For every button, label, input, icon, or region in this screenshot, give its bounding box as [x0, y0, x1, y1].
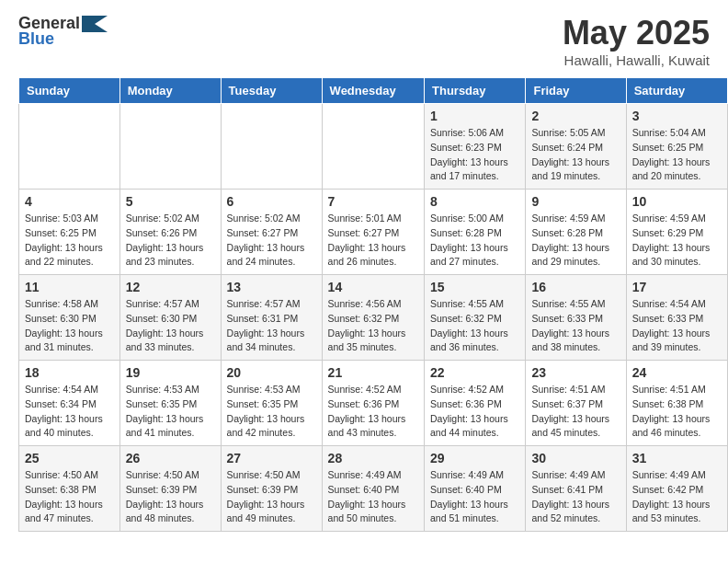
calendar-cell — [119, 104, 221, 190]
day-number: 21 — [328, 365, 418, 380]
page-container: General Blue May 2025 Hawalli, Hawalli, … — [0, 0, 728, 541]
day-number: 31 — [632, 451, 722, 465]
calendar-cell: 8Sunrise: 5:00 AMSunset: 6:28 PMDaylight… — [425, 190, 526, 275]
calendar-cell: 11Sunrise: 4:58 AMSunset: 6:30 PMDayligh… — [19, 275, 120, 361]
day-info: Sunrise: 4:54 AMSunset: 6:34 PMDaylight:… — [25, 383, 114, 441]
calendar-cell: 24Sunrise: 4:51 AMSunset: 6:38 PMDayligh… — [626, 361, 727, 446]
day-number: 3 — [632, 109, 722, 123]
day-info: Sunrise: 4:51 AMSunset: 6:37 PMDaylight:… — [531, 383, 620, 441]
calendar-cell: 30Sunrise: 4:49 AMSunset: 6:41 PMDayligh… — [526, 446, 626, 532]
calendar-cell: 26Sunrise: 4:50 AMSunset: 6:39 PMDayligh… — [119, 446, 221, 532]
day-info: Sunrise: 4:50 AMSunset: 6:39 PMDaylight:… — [227, 468, 316, 526]
day-number: 20 — [227, 365, 316, 380]
logo: General Blue — [18, 14, 109, 49]
day-number: 16 — [531, 280, 620, 294]
subtitle: Hawalli, Hawalli, Kuwait — [563, 52, 710, 68]
col-monday: Monday — [119, 78, 221, 104]
day-number: 4 — [25, 194, 114, 209]
main-title: May 2025 — [563, 14, 710, 52]
calendar-cell — [322, 104, 424, 190]
calendar-cell: 10Sunrise: 4:59 AMSunset: 6:29 PMDayligh… — [626, 190, 727, 275]
week-row-1: 1Sunrise: 5:06 AMSunset: 6:23 PMDaylight… — [19, 104, 728, 190]
calendar-cell: 13Sunrise: 4:57 AMSunset: 6:31 PMDayligh… — [221, 275, 322, 361]
header: General Blue May 2025 Hawalli, Hawalli, … — [0, 0, 728, 77]
day-number: 9 — [531, 194, 620, 209]
calendar-cell: 22Sunrise: 4:52 AMSunset: 6:36 PMDayligh… — [425, 361, 526, 446]
calendar-cell: 12Sunrise: 4:57 AMSunset: 6:30 PMDayligh… — [119, 275, 221, 361]
calendar-table: Sunday Monday Tuesday Wednesday Thursday… — [18, 77, 728, 532]
day-info: Sunrise: 4:57 AMSunset: 6:30 PMDaylight:… — [126, 297, 215, 355]
day-number: 23 — [531, 365, 620, 380]
calendar-cell: 27Sunrise: 4:50 AMSunset: 6:39 PMDayligh… — [221, 446, 322, 532]
calendar-cell: 25Sunrise: 4:50 AMSunset: 6:38 PMDayligh… — [19, 446, 120, 532]
day-info: Sunrise: 5:04 AMSunset: 6:25 PMDaylight:… — [632, 126, 722, 184]
title-section: May 2025 Hawalli, Hawalli, Kuwait — [563, 14, 710, 68]
calendar-cell: 17Sunrise: 4:54 AMSunset: 6:33 PMDayligh… — [626, 275, 727, 361]
day-info: Sunrise: 5:02 AMSunset: 6:26 PMDaylight:… — [126, 212, 215, 270]
day-info: Sunrise: 4:53 AMSunset: 6:35 PMDaylight:… — [126, 383, 215, 441]
day-info: Sunrise: 4:51 AMSunset: 6:38 PMDaylight:… — [632, 383, 722, 441]
calendar-cell — [221, 104, 322, 190]
day-info: Sunrise: 4:54 AMSunset: 6:33 PMDaylight:… — [632, 297, 722, 355]
day-info: Sunrise: 4:49 AMSunset: 6:42 PMDaylight:… — [632, 468, 722, 526]
week-row-5: 25Sunrise: 4:50 AMSunset: 6:38 PMDayligh… — [19, 446, 728, 532]
day-number: 18 — [25, 365, 114, 380]
calendar-cell: 2Sunrise: 5:05 AMSunset: 6:24 PMDaylight… — [526, 104, 626, 190]
day-number: 13 — [227, 280, 316, 294]
calendar-cell: 9Sunrise: 4:59 AMSunset: 6:28 PMDaylight… — [526, 190, 626, 275]
calendar-cell: 21Sunrise: 4:52 AMSunset: 6:36 PMDayligh… — [322, 361, 424, 446]
day-info: Sunrise: 4:55 AMSunset: 6:32 PMDaylight:… — [430, 297, 519, 355]
day-number: 17 — [632, 280, 722, 294]
day-info: Sunrise: 4:52 AMSunset: 6:36 PMDaylight:… — [328, 383, 418, 441]
day-info: Sunrise: 5:06 AMSunset: 6:23 PMDaylight:… — [430, 126, 519, 184]
day-number: 30 — [531, 451, 620, 465]
calendar-cell: 4Sunrise: 5:03 AMSunset: 6:25 PMDaylight… — [19, 190, 120, 275]
header-row: Sunday Monday Tuesday Wednesday Thursday… — [19, 78, 728, 104]
day-info: Sunrise: 4:57 AMSunset: 6:31 PMDaylight:… — [227, 297, 316, 355]
day-info: Sunrise: 4:50 AMSunset: 6:38 PMDaylight:… — [25, 468, 114, 526]
day-number: 8 — [430, 194, 519, 209]
day-info: Sunrise: 4:50 AMSunset: 6:39 PMDaylight:… — [126, 468, 215, 526]
calendar-cell: 1Sunrise: 5:06 AMSunset: 6:23 PMDaylight… — [425, 104, 526, 190]
day-number: 1 — [430, 109, 519, 123]
col-sunday: Sunday — [19, 78, 120, 104]
day-info: Sunrise: 4:55 AMSunset: 6:33 PMDaylight:… — [531, 297, 620, 355]
day-number: 29 — [430, 451, 519, 465]
col-saturday: Saturday — [626, 78, 727, 104]
day-number: 22 — [430, 365, 519, 380]
col-thursday: Thursday — [425, 78, 526, 104]
day-info: Sunrise: 4:59 AMSunset: 6:28 PMDaylight:… — [531, 212, 620, 270]
day-info: Sunrise: 5:05 AMSunset: 6:24 PMDaylight:… — [531, 126, 620, 184]
day-number: 19 — [126, 365, 215, 380]
col-tuesday: Tuesday — [221, 78, 322, 104]
calendar-cell: 23Sunrise: 4:51 AMSunset: 6:37 PMDayligh… — [526, 361, 626, 446]
day-number: 24 — [632, 365, 722, 380]
calendar-cell: 19Sunrise: 4:53 AMSunset: 6:35 PMDayligh… — [119, 361, 221, 446]
calendar-cell: 15Sunrise: 4:55 AMSunset: 6:32 PMDayligh… — [425, 275, 526, 361]
day-info: Sunrise: 4:56 AMSunset: 6:32 PMDaylight:… — [328, 297, 418, 355]
day-number: 10 — [632, 194, 722, 209]
day-info: Sunrise: 4:53 AMSunset: 6:35 PMDaylight:… — [227, 383, 316, 441]
calendar-cell: 5Sunrise: 5:02 AMSunset: 6:26 PMDaylight… — [119, 190, 221, 275]
week-row-3: 11Sunrise: 4:58 AMSunset: 6:30 PMDayligh… — [19, 275, 728, 361]
day-number: 25 — [25, 451, 114, 465]
calendar-cell: 7Sunrise: 5:01 AMSunset: 6:27 PMDaylight… — [322, 190, 424, 275]
calendar-body: 1Sunrise: 5:06 AMSunset: 6:23 PMDaylight… — [19, 104, 728, 532]
day-info: Sunrise: 4:59 AMSunset: 6:29 PMDaylight:… — [632, 212, 722, 270]
day-number: 11 — [25, 280, 114, 294]
logo-flag-icon — [82, 16, 108, 32]
day-number: 2 — [531, 109, 620, 123]
day-info: Sunrise: 4:49 AMSunset: 6:40 PMDaylight:… — [430, 468, 519, 526]
day-info: Sunrise: 4:49 AMSunset: 6:41 PMDaylight:… — [531, 468, 620, 526]
day-number: 6 — [227, 194, 316, 209]
week-row-2: 4Sunrise: 5:03 AMSunset: 6:25 PMDaylight… — [19, 190, 728, 275]
day-number: 28 — [328, 451, 418, 465]
calendar-header: Sunday Monday Tuesday Wednesday Thursday… — [19, 78, 728, 104]
day-number: 12 — [126, 280, 215, 294]
day-info: Sunrise: 5:01 AMSunset: 6:27 PMDaylight:… — [328, 212, 418, 270]
day-number: 15 — [430, 280, 519, 294]
calendar-cell: 18Sunrise: 4:54 AMSunset: 6:34 PMDayligh… — [19, 361, 120, 446]
day-info: Sunrise: 5:02 AMSunset: 6:27 PMDaylight:… — [227, 212, 316, 270]
day-number: 7 — [328, 194, 418, 209]
calendar-cell: 16Sunrise: 4:55 AMSunset: 6:33 PMDayligh… — [526, 275, 626, 361]
